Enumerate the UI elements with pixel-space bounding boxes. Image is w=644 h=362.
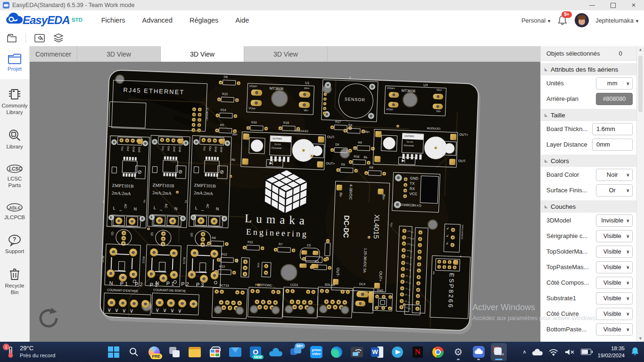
pcb-silkscreen-text: L [154, 206, 156, 210]
pcb-silkscreen-text: P1 [102, 200, 105, 203]
easyeda-logo[interactable]: EasyEDA STD [5, 12, 83, 28]
scroll-up-icon[interactable]: ▲ [638, 47, 643, 52]
row-topsolderma--select[interactable]: Visible∨ [596, 246, 633, 258]
tray-chevron-icon[interactable]: ∧ [522, 349, 526, 355]
chrome-icon[interactable] [430, 343, 446, 361]
sidebar-item-commonly-library[interactable]: Commonly Library [0, 83, 29, 121]
row-3dmodel: 3DModelInvisible∨ [541, 213, 636, 228]
row-board-thickn--input[interactable]: 1.6mm [592, 123, 633, 135]
primevideo-icon[interactable]: primevideo [308, 343, 324, 361]
notifications-button[interactable]: 9+ [558, 15, 568, 26]
sidebar-item-lcsc-parts[interactable]: LCSCLCSC Parts [0, 159, 29, 194]
menu-item-réglages[interactable]: Réglages [190, 16, 218, 24]
section-taille[interactable]: Taille [541, 109, 636, 121]
tab-3d-view-3[interactable]: 3D View [244, 46, 328, 62]
pcb-feature [280, 263, 297, 281]
row-substrate1-select[interactable]: Visible∨ [596, 292, 633, 304]
outlook-icon[interactable]: ONEW [248, 343, 264, 361]
tray-battery-icon[interactable] [581, 349, 591, 355]
scroll-thumb[interactable] [638, 56, 643, 112]
tray-onedrive-icon[interactable] [532, 349, 543, 355]
tab-3d-view-2[interactable]: 3D View [161, 46, 244, 62]
cast-icon[interactable] [349, 343, 365, 361]
section-colors[interactable]: Colors [541, 155, 636, 167]
menu-item-fichiers[interactable]: Fichiers [101, 16, 125, 24]
pcb-feature [159, 262, 166, 272]
pcb-feature [223, 80, 236, 85]
scroll-down-icon[interactable]: ▼ [638, 336, 643, 341]
pcb-silkscreen-text: Out [167, 146, 170, 151]
weather-widget[interactable]: 1 29°C Près du record [0, 345, 99, 359]
sidebar-item-library[interactable]: Library [0, 124, 29, 155]
tray-wifi-icon[interactable] [549, 348, 558, 356]
titlebar: EasyEDA(Standard) 6.5.39 - Team Work mod… [0, 0, 644, 10]
row-surface-finis--select[interactable]: Or∨ [596, 184, 633, 197]
open-project-icon[interactable] [34, 33, 45, 43]
start-icon[interactable] [106, 343, 122, 361]
pcb-feature [401, 261, 405, 265]
close-button[interactable]: ✕ [623, 0, 644, 10]
3d-view-canvas[interactable]: RJ45 ETHERNETETHERNETD6R15R14R5R10R18R17… [30, 62, 540, 342]
row-substrate1: Substrate1Visible∨ [541, 290, 636, 306]
layers-icon[interactable] [53, 33, 64, 43]
maximize-button[interactable] [603, 0, 623, 10]
pcb-silkscreen-text: ETHERNET [206, 108, 208, 121]
row-arri-re-plan-color[interactable]: #808080 [596, 93, 633, 105]
row-c-t-cuivre-select[interactable]: Visible∨ [596, 308, 633, 320]
menu-item-advanced[interactable]: Advanced [142, 16, 173, 24]
sidebar-item-support[interactable]: ?Support [0, 230, 29, 260]
panel-scrollbar[interactable]: ▲ ▼ [636, 46, 644, 342]
telegram-icon[interactable] [389, 343, 405, 361]
store-icon[interactable] [207, 343, 223, 361]
tab-3d-view-1[interactable]: 3D View [77, 46, 161, 62]
mail-icon[interactable] [227, 343, 243, 361]
row-board-color-select[interactable]: Noir∨ [596, 169, 633, 181]
people-icon[interactable]: 99+ [288, 343, 304, 361]
search-icon[interactable] [126, 343, 142, 361]
taskview-icon[interactable] [166, 343, 182, 361]
minimize-button[interactable]: — [582, 0, 603, 10]
row-layer-distance-input[interactable]: 0mm [592, 139, 633, 151]
copilot-icon[interactable]: PRE [146, 343, 162, 361]
netflix-icon[interactable]: N [410, 343, 426, 361]
save-icon[interactable] [7, 33, 17, 43]
workspace-dropdown[interactable]: Personal▼ [521, 17, 551, 24]
pcb-feature [382, 172, 386, 175]
tray-bell-icon[interactable] [631, 346, 639, 358]
pcb-silkscreen-text: ⊘ [178, 169, 183, 174]
rotate-view-button[interactable] [35, 305, 62, 333]
pcb-silkscreen-text: D5 [406, 274, 408, 276]
tab-commencer-0[interactable]: Commencer [30, 46, 77, 62]
snipping-tool-icon[interactable]: ✂ [491, 343, 507, 361]
explorer-icon[interactable] [187, 343, 203, 361]
row-c-t-compos--select[interactable]: Visible∨ [596, 277, 633, 289]
pcb-silkscreen-text: P4 [432, 272, 435, 274]
section-attributs-des-fils-a-riens[interactable]: Attributs des fils aériens [541, 63, 636, 75]
sidebar-item-recycle-bin[interactable]: Recycle Bin [0, 263, 29, 301]
onedrive-icon[interactable] [268, 343, 284, 361]
row-toppastemas--select[interactable]: Visible∨ [596, 261, 633, 273]
taskbar-clock[interactable]: 18:35 19/02/2024 [597, 345, 625, 359]
easyeda-taskbar-icon[interactable] [471, 343, 487, 361]
avatar[interactable] [575, 13, 589, 27]
row-3dmodel-select[interactable]: Invisible∨ [596, 214, 633, 227]
user-dropdown[interactable]: Jephtelumaka▼ [595, 17, 639, 24]
pcb-silkscreen-text: 5V [410, 250, 412, 252]
pcb-silkscreen-text: XL4015 [373, 214, 381, 239]
pcb-silkscreen-text: R9 [358, 141, 362, 144]
settings-icon[interactable]: ⚙ [450, 343, 466, 361]
row-s-rigraphie-c--select[interactable]: Visible∨ [596, 230, 633, 242]
pcb-board[interactable]: RJ45 ETHERNETETHERNETD6R15R14R5R10R18R17… [99, 69, 479, 331]
sidebar-item-jlcpcb[interactable]: J@LCJLCPCB [0, 197, 29, 226]
row-bottompaste--select[interactable]: Visible∨ [596, 323, 633, 336]
jlc-icon: J@LC [6, 202, 23, 213]
menu-item-aide[interactable]: Aide [235, 16, 249, 24]
row-unit-s-select[interactable]: mm∨ [596, 77, 633, 90]
tray-volume-muted-icon[interactable] [564, 348, 575, 356]
edge-icon[interactable] [329, 343, 345, 361]
section-couches[interactable]: Couches [541, 200, 636, 213]
pcb-feature [357, 145, 370, 151]
sidebar-item-projet[interactable]: Projet [0, 46, 29, 79]
word-icon[interactable]: W [369, 343, 385, 361]
pcb-feature [417, 262, 421, 266]
